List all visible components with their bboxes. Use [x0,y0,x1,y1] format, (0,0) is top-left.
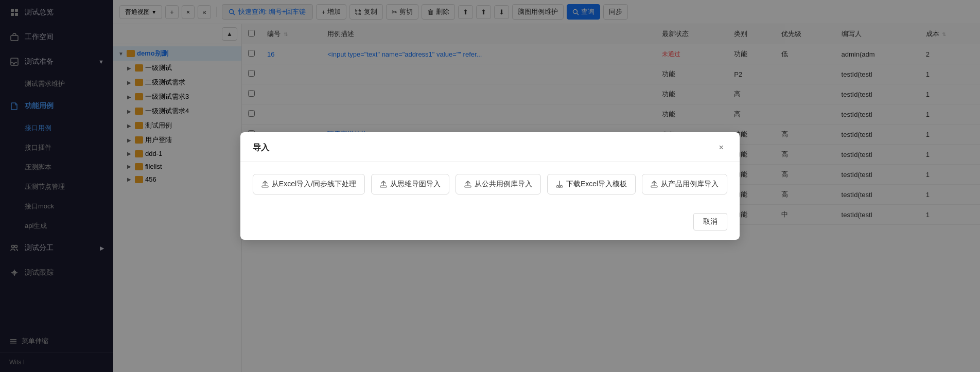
excel-import-button[interactable]: 从Excel导入/同步线下处理 [253,174,365,194]
public-import-button[interactable]: 从公共用例库导入 [456,174,541,194]
dialog-body: 从Excel导入/同步线下处理 从思维导图导入 从公共用例库导入 下载Excel… [240,162,740,207]
import-dialog: 导入 × 从Excel导入/同步线下处理 从思维导图导入 从公共用例库导入 下载… [240,132,740,240]
upload-icon-4 [651,181,658,188]
mindmap-import-button[interactable]: 从思维导图导入 [371,174,449,194]
svg-rect-17 [556,186,563,187]
upload-icon-1 [261,181,269,188]
download-icon-btn [556,181,563,188]
upload-icon-2 [380,181,387,188]
cancel-label: 取消 [703,217,717,225]
svg-rect-18 [651,186,657,187]
svg-rect-15 [380,186,387,187]
svg-rect-14 [262,186,268,187]
product-import-button[interactable]: 从产品用例库导入 [642,174,727,194]
upload-icon-3 [464,181,471,188]
dialog-title: 导入 [253,143,269,153]
close-x-icon: × [719,143,724,152]
dialog-header: 导入 × [240,132,740,162]
dialog-footer: 取消 [240,207,740,240]
cancel-button[interactable]: 取消 [693,213,727,231]
dialog-close-button[interactable]: × [715,141,727,154]
download-template-button[interactable]: 下载Excel导入模板 [547,174,636,194]
svg-rect-16 [465,186,471,187]
dialog-overlay[interactable]: 导入 × 从Excel导入/同步线下处理 从思维导图导入 从公共用例库导入 下载… [0,0,980,372]
